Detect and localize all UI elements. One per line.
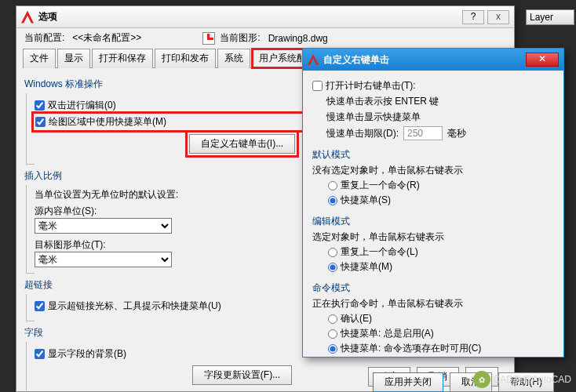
apply-close-button[interactable]: 应用并关闭: [373, 372, 443, 392]
tab-display[interactable]: 显示: [57, 49, 90, 68]
default-mode-desc: 没有选定对象时，单击鼠标右键表示: [312, 164, 554, 177]
limit-input[interactable]: [403, 126, 443, 140]
cmd-confirm-radio[interactable]: 确认(E): [328, 312, 554, 325]
limit-label: 慢速单击期限(D):: [326, 127, 399, 140]
timing-line1: 快速单击表示按 ENTER 键: [326, 95, 554, 108]
customize-rclick-button[interactable]: 自定义右键单击(I)...: [189, 134, 295, 154]
layer-dropdown[interactable]: Layer: [526, 9, 574, 25]
default-repeat-radio[interactable]: 重复上一个命令(R): [328, 179, 554, 192]
field-update-button[interactable]: 字段更新设置(F)...: [192, 365, 292, 385]
rclick-title: 自定义右键单击: [323, 53, 389, 67]
wechat-icon: ✿: [473, 371, 490, 388]
drawing-label: 当前图形:: [220, 31, 260, 45]
rclick-body: 打开计时右键单击(T): 快速单击表示按 ENTER 键 慢速单击显示快捷菜单 …: [303, 71, 563, 363]
config-value: <<未命名配置>>: [72, 31, 182, 45]
close-button[interactable]: x: [487, 10, 509, 24]
edit-repeat-radio[interactable]: 重复上一个命令(L): [328, 245, 554, 259]
drawing-icon: [202, 32, 215, 45]
cmd-mode-title: 命令模式: [312, 281, 554, 295]
timing-checkbox[interactable]: 打开计时右键单击(T):: [312, 79, 554, 93]
config-label: 当前配置:: [24, 31, 64, 45]
drawing-value: Drawing8.dwg: [268, 33, 378, 44]
tab-open-save[interactable]: 打开和保存: [92, 49, 153, 68]
limit-unit: 毫秒: [447, 127, 466, 140]
watermark: ✿CAD教程AutoCAD: [473, 371, 571, 388]
cmd-options-radio[interactable]: 快捷菜单: 命令选项存在时可用(C): [328, 342, 554, 355]
tab-file[interactable]: 文件: [23, 49, 56, 68]
app-logo-icon: [21, 11, 34, 24]
edit-mode-desc: 选定对象时，单击鼠标右键表示: [312, 230, 554, 244]
help-button[interactable]: ?: [462, 10, 484, 24]
edit-shortcut-radio[interactable]: 快捷菜单(M): [328, 260, 554, 274]
app-logo-icon: [308, 54, 319, 65]
cmd-always-radio[interactable]: 快捷菜单: 总是启用(A): [328, 327, 554, 340]
tab-system[interactable]: 系统: [217, 49, 250, 68]
default-mode-title: 默认模式: [312, 148, 554, 162]
edit-mode-title: 编辑模式: [312, 215, 554, 228]
rclick-close-button[interactable]: ✕: [526, 53, 559, 67]
default-shortcut-radio[interactable]: 快捷菜单(S): [328, 194, 554, 207]
tgt-unit-select[interactable]: 毫米: [35, 252, 172, 267]
cmd-mode-desc: 正在执行命令时，单击鼠标右键表示: [312, 297, 554, 310]
src-unit-select[interactable]: 毫米: [35, 218, 172, 234]
options-title: 选项: [38, 10, 57, 24]
timing-line2: 慢速单击显示快捷菜单: [326, 111, 554, 124]
tab-print[interactable]: 打印和发布: [155, 49, 216, 68]
rclick-titlebar: 自定义右键单击 ✕: [303, 49, 563, 71]
limit-row: 慢速单击期限(D): 毫秒: [326, 126, 554, 140]
config-row: 当前配置: <<未命名配置>> 当前图形: Drawing8.dwg: [16, 28, 514, 46]
rclick-dialog: 自定义右键单击 ✕ 打开计时右键单击(T): 快速单击表示按 ENTER 键 慢…: [302, 48, 564, 358]
options-titlebar: 选项 ? x: [16, 6, 514, 28]
